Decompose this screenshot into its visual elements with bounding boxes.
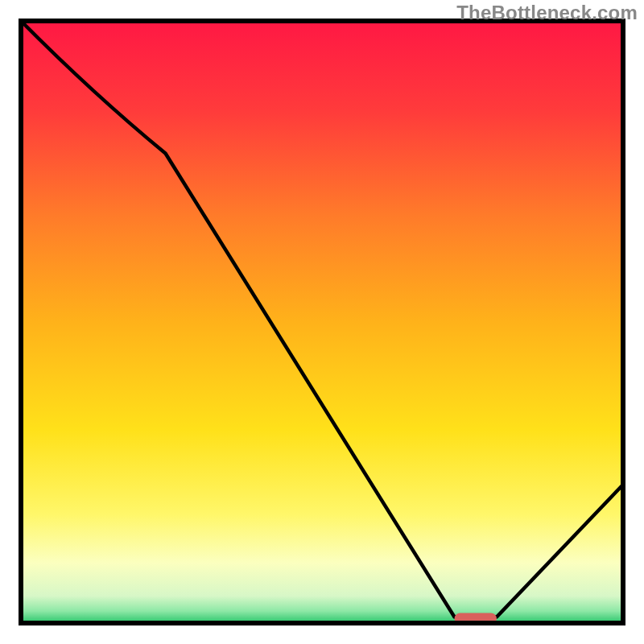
bottleneck-chart [0,0,644,644]
watermark-text: TheBottleneck.com [456,2,638,24]
chart-container: TheBottleneck.com [0,0,644,644]
plot-background [21,21,623,623]
